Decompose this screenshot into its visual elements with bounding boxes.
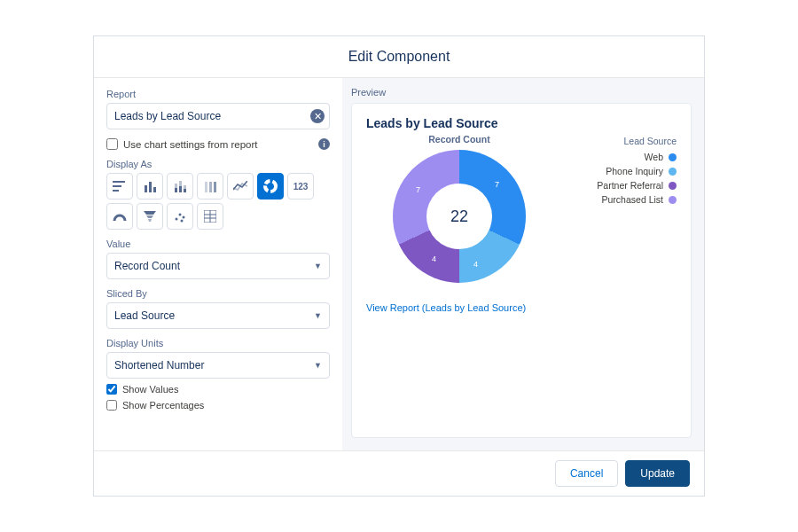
svg-point-21 xyxy=(183,216,185,219)
chart-row: Record Count 22 7 4 4 7 Lead Source Web xyxy=(366,134,677,283)
edit-component-modal: Edit Component Report ✕ Use chart settin… xyxy=(93,35,705,497)
show-percentages-checkbox[interactable] xyxy=(106,400,117,411)
value-label: Value xyxy=(106,239,330,249)
info-icon[interactable]: i xyxy=(318,138,330,150)
svg-rect-1 xyxy=(113,185,121,187)
metric-icon[interactable]: 123 xyxy=(287,173,314,200)
sliced-by-selected: Lead Source xyxy=(114,309,175,322)
svg-rect-14 xyxy=(214,182,216,192)
value-select[interactable]: Record Count ▼ xyxy=(106,253,330,279)
scatter-icon[interactable] xyxy=(167,203,193,230)
svg-rect-3 xyxy=(145,185,147,192)
legend-item-phone: Phone Inquiry xyxy=(570,166,677,176)
display-as-grid: 123 xyxy=(106,173,330,230)
donut-column: Record Count 22 7 4 4 7 xyxy=(366,134,552,283)
preview-card: Leads by Lead Source Record Count 22 7 4… xyxy=(351,103,692,438)
preview-title: Leads by Lead Source xyxy=(366,116,677,130)
svg-marker-16 xyxy=(144,211,156,215)
preview-section-label: Preview xyxy=(351,87,692,98)
vbar-chart-icon[interactable] xyxy=(137,173,163,200)
svg-marker-17 xyxy=(146,215,153,218)
show-values-checkbox[interactable] xyxy=(106,384,117,395)
modal-body: Report ✕ Use chart settings from report … xyxy=(94,78,704,450)
legend-dot-icon xyxy=(669,168,677,176)
funnel-icon[interactable] xyxy=(137,203,163,230)
gauge-icon[interactable] xyxy=(106,203,133,230)
sliced-by-label: Sliced By xyxy=(106,288,330,299)
display-units-label: Display Units xyxy=(106,338,330,348)
show-percentages-label: Show Percentages xyxy=(122,400,204,411)
svg-rect-5 xyxy=(153,187,156,192)
svg-marker-18 xyxy=(148,219,152,222)
donut-chart-wrap: 22 7 4 4 7 xyxy=(393,150,526,283)
use-chart-settings-row[interactable]: Use chart settings from report i xyxy=(106,138,330,150)
report-field-wrap: ✕ xyxy=(106,103,330,129)
value-selected: Record Count xyxy=(114,260,180,272)
svg-rect-2 xyxy=(113,190,119,192)
view-report-link[interactable]: View Report (Leads by Lead Source) xyxy=(366,302,677,313)
svg-rect-4 xyxy=(149,182,152,192)
svg-point-22 xyxy=(181,220,184,223)
legend-dot-icon xyxy=(669,153,677,161)
svg-rect-0 xyxy=(113,181,125,183)
record-count-label: Record Count xyxy=(366,134,552,145)
svg-rect-11 xyxy=(184,189,186,192)
line-chart-icon[interactable] xyxy=(227,173,254,200)
chevron-down-icon: ▼ xyxy=(314,311,322,320)
svg-rect-9 xyxy=(179,186,182,192)
settings-pane: Report ✕ Use chart settings from report … xyxy=(94,78,342,450)
stacked-vbar2-icon[interactable] xyxy=(197,173,223,200)
display-as-label: Display As xyxy=(106,159,330,169)
modal-title: Edit Component xyxy=(94,36,704,78)
svg-rect-12 xyxy=(205,182,207,192)
slice-value-purchased: 7 xyxy=(416,185,420,194)
clear-report-icon[interactable]: ✕ xyxy=(310,109,325,123)
table-icon[interactable] xyxy=(197,203,223,230)
slice-value-web: 7 xyxy=(495,180,499,189)
legend-item-purchased: Purchased List xyxy=(570,194,677,205)
preview-pane: Preview Leads by Lead Source Record Coun… xyxy=(342,78,704,450)
modal-footer: Cancel Update xyxy=(94,450,704,496)
legend-item-web: Web xyxy=(570,152,677,162)
report-label: Report xyxy=(106,89,330,99)
cancel-button[interactable]: Cancel xyxy=(555,460,618,487)
display-units-select[interactable]: Shortened Number ▼ xyxy=(106,352,330,379)
slice-value-partner: 4 xyxy=(432,254,436,263)
use-chart-settings-label: Use chart settings from report xyxy=(123,139,257,150)
donut-chart-icon[interactable] xyxy=(257,173,284,200)
slice-value-phone: 4 xyxy=(473,260,478,269)
svg-rect-13 xyxy=(209,182,212,192)
legend-item-partner: Partner Referral xyxy=(570,180,677,191)
legend-dot-icon xyxy=(669,182,677,190)
stacked-vbar-icon[interactable] xyxy=(167,173,193,200)
svg-point-20 xyxy=(179,214,182,216)
legend-title: Lead Source xyxy=(570,136,677,146)
display-units-selected: Shortened Number xyxy=(114,359,204,372)
show-values-row[interactable]: Show Values xyxy=(106,384,330,395)
report-input[interactable] xyxy=(106,103,330,129)
hbar-chart-icon[interactable] xyxy=(106,173,133,200)
legend-dot-icon xyxy=(669,196,677,204)
legend-column: Lead Source Web Phone Inquiry Partner Re… xyxy=(570,134,677,283)
donut-center-value: 22 xyxy=(393,150,526,283)
chevron-down-icon: ▼ xyxy=(314,361,322,370)
svg-point-15 xyxy=(265,181,276,192)
svg-point-19 xyxy=(176,218,178,221)
svg-rect-7 xyxy=(175,188,177,192)
sliced-by-select[interactable]: Lead Source ▼ xyxy=(106,302,330,329)
update-button[interactable]: Update xyxy=(625,460,690,487)
chevron-down-icon: ▼ xyxy=(314,262,322,270)
use-chart-settings-checkbox[interactable] xyxy=(106,138,118,150)
show-percentages-row[interactable]: Show Percentages xyxy=(106,400,330,411)
show-values-label: Show Values xyxy=(122,384,178,395)
